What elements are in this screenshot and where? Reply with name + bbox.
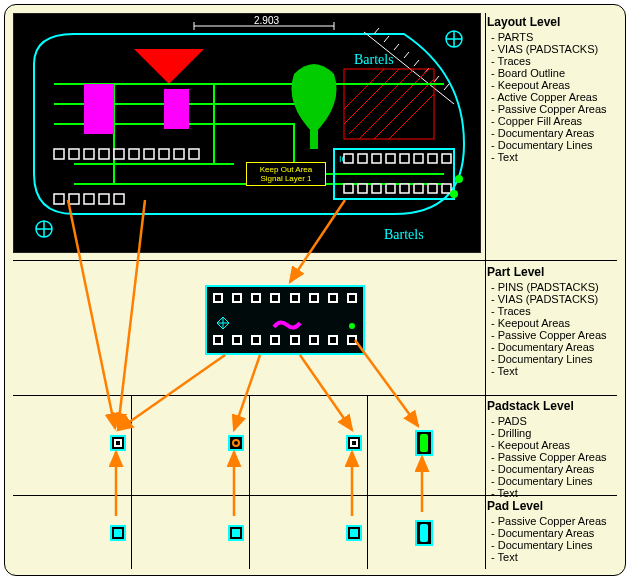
pcb-layout-view: 2.903 <box>13 13 481 253</box>
svg-rect-23 <box>54 149 64 159</box>
layout-level-panel: Layout Level PARTS VIAS (PADSTACKS) Trac… <box>487 15 617 163</box>
list-item: Documentary Areas <box>491 341 617 353</box>
pin-pad <box>270 335 280 345</box>
svg-rect-45 <box>428 154 437 163</box>
svg-rect-41 <box>372 154 381 163</box>
svg-rect-26 <box>99 149 109 159</box>
svg-rect-22 <box>164 89 189 129</box>
brand-text-bottom: Bartels <box>384 227 424 242</box>
list-item: Keepout Areas <box>491 439 617 451</box>
svg-rect-25 <box>84 149 94 159</box>
pin-pad <box>270 293 280 303</box>
padstack-level-title: Padstack Level <box>487 399 617 413</box>
svg-line-19 <box>389 94 434 139</box>
list-item: Documentary Lines <box>491 475 617 487</box>
pin-pad <box>232 293 242 303</box>
svg-rect-37 <box>114 194 124 204</box>
svg-rect-34 <box>69 194 79 204</box>
list-item: Documentary Lines <box>491 139 617 151</box>
list-item: VIAS (PADSTACKS) <box>491 43 617 55</box>
diagram-frame: 2.903 <box>4 4 626 576</box>
list-item: Text <box>491 487 617 499</box>
svg-rect-48 <box>358 184 367 193</box>
list-item: Traces <box>491 305 617 317</box>
padstack-oblong <box>415 430 433 456</box>
pcb-svg: 2.903 <box>14 14 482 254</box>
divider-v1 <box>131 395 132 569</box>
svg-rect-29 <box>144 149 154 159</box>
svg-rect-47 <box>344 184 353 193</box>
list-item: Documentary Areas <box>491 463 617 475</box>
padstack-round <box>228 435 244 451</box>
padstack-square <box>110 435 126 451</box>
via-dot-icon <box>349 323 355 329</box>
part-level-title: Part Level <box>487 265 617 279</box>
svg-rect-33 <box>54 194 64 204</box>
list-item: Keepout Areas <box>491 317 617 329</box>
svg-rect-51 <box>400 184 409 193</box>
list-item: PARTS <box>491 31 617 43</box>
svg-rect-44 <box>414 154 423 163</box>
list-item: Text <box>491 365 617 377</box>
pin-pad <box>328 335 338 345</box>
svg-line-15 <box>359 69 429 139</box>
list-item: Passive Copper Areas <box>491 103 617 115</box>
pin1-marker-icon <box>215 315 231 331</box>
list-item: Drilling <box>491 427 617 439</box>
list-item: VIAS (PADSTACKS) <box>491 293 617 305</box>
pin-pad <box>347 293 357 303</box>
svg-rect-30 <box>159 149 169 159</box>
pin-pad <box>251 293 261 303</box>
svg-point-56 <box>455 175 463 183</box>
svg-rect-52 <box>414 184 423 193</box>
copper-area-icon <box>272 317 302 331</box>
list-item: PADS <box>491 415 617 427</box>
list-item: PINS (PADSTACKS) <box>491 281 617 293</box>
pin-pad <box>328 293 338 303</box>
svg-line-10 <box>434 76 439 82</box>
list-item: Text <box>491 151 617 163</box>
pin-pad <box>309 293 319 303</box>
list-item: Passive Copper Areas <box>491 451 617 463</box>
svg-rect-24 <box>69 149 79 159</box>
pin-pad <box>213 335 223 345</box>
list-item: Documentary Lines <box>491 539 617 551</box>
part-level-list: PINS (PADSTACKS) VIAS (PADSTACKS) Traces… <box>487 281 617 377</box>
svg-line-11 <box>444 84 449 90</box>
pad-level-title: Pad Level <box>487 499 617 513</box>
svg-line-7 <box>404 52 409 58</box>
layout-level-list: PARTS VIAS (PADSTACKS) Traces Board Outl… <box>487 31 617 163</box>
pad-level-list: Passive Copper Areas Documentary Areas D… <box>487 515 617 563</box>
keepout-line2: Signal Layer 1 <box>249 174 323 183</box>
list-item: Documentary Lines <box>491 353 617 365</box>
padstack-square2 <box>346 435 362 451</box>
padstack-level-list: PADS Drilling Keepout Areas Passive Copp… <box>487 415 617 499</box>
list-item: Copper Fill Areas <box>491 115 617 127</box>
svg-rect-31 <box>174 149 184 159</box>
svg-line-18 <box>374 79 434 139</box>
part-level-panel: Part Level PINS (PADSTACKS) VIAS (PADSTA… <box>487 265 617 377</box>
svg-marker-12 <box>134 49 204 84</box>
pad-square <box>110 525 126 541</box>
svg-rect-40 <box>358 154 367 163</box>
svg-line-8 <box>414 60 419 66</box>
list-item: Keepout Areas <box>491 79 617 91</box>
pin-pad <box>232 335 242 345</box>
list-item: Documentary Areas <box>491 127 617 139</box>
list-item: Text <box>491 551 617 563</box>
svg-rect-49 <box>372 184 381 193</box>
pin-pad <box>251 335 261 345</box>
svg-rect-27 <box>114 149 124 159</box>
keepout-label: Keep Out Area Signal Layer 1 <box>246 162 326 186</box>
svg-line-16 <box>344 69 399 124</box>
svg-rect-28 <box>129 149 139 159</box>
pin-pad <box>290 293 300 303</box>
svg-rect-36 <box>99 194 109 204</box>
list-item: Passive Copper Areas <box>491 329 617 341</box>
dimension-text: 2.903 <box>254 15 279 26</box>
divider-h1 <box>13 260 617 261</box>
brand-text-top: Bartels <box>354 52 394 67</box>
svg-rect-21 <box>84 84 114 134</box>
pad-square3 <box>346 525 362 541</box>
divider-v3 <box>367 395 368 569</box>
